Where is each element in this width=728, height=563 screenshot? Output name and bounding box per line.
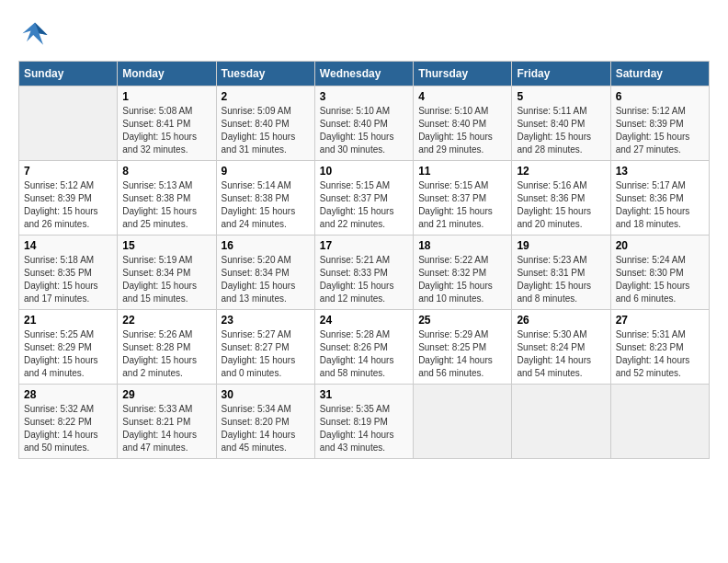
daylight-text: Daylight: 15 hours and 0 minutes. [222,355,296,378]
day-number: 29 [122,388,210,401]
daylight-text: Daylight: 15 hours and 32 minutes. [122,132,197,155]
daylight-text: Daylight: 15 hours and 6 minutes. [616,281,690,304]
day-number: 6 [616,90,704,103]
sunrise-text: Sunrise: 5:35 AM [320,404,390,414]
day-info: Sunrise: 5:18 AM Sunset: 8:35 PM Dayligh… [24,254,112,305]
sunrise-text: Sunrise: 5:10 AM [418,106,488,116]
calendar-cell: 26 Sunrise: 5:30 AM Sunset: 8:24 PM Dayl… [512,310,610,385]
calendar-cell: 14 Sunrise: 5:18 AM Sunset: 8:35 PM Dayl… [19,236,118,310]
sunrise-text: Sunrise: 5:27 AM [222,329,291,339]
sunset-text: Sunset: 8:31 PM [517,268,585,278]
sunset-text: Sunset: 8:28 PM [122,342,190,352]
day-number: 11 [418,165,506,178]
sunrise-text: Sunrise: 5:32 AM [24,404,94,414]
day-info: Sunrise: 5:29 AM Sunset: 8:25 PM Dayligh… [418,328,506,380]
daylight-text: Daylight: 15 hours and 18 minutes. [616,206,690,229]
day-info: Sunrise: 5:26 AM Sunset: 8:28 PM Dayligh… [122,328,210,380]
calendar-cell: 30 Sunrise: 5:34 AM Sunset: 8:20 PM Dayl… [216,385,314,459]
sunrise-text: Sunrise: 5:13 AM [122,180,192,190]
sunrise-text: Sunrise: 5:33 AM [122,404,192,414]
calendar-cell: 27 Sunrise: 5:31 AM Sunset: 8:23 PM Dayl… [610,310,709,385]
sunset-text: Sunset: 8:19 PM [320,417,388,427]
day-info: Sunrise: 5:28 AM Sunset: 8:26 PM Dayligh… [320,328,408,380]
day-number: 25 [418,314,506,327]
day-info: Sunrise: 5:30 AM Sunset: 8:24 PM Dayligh… [517,328,605,380]
calendar-cell: 18 Sunrise: 5:22 AM Sunset: 8:32 PM Dayl… [414,236,512,310]
day-info: Sunrise: 5:09 AM Sunset: 8:40 PM Dayligh… [222,105,310,156]
daylight-text: Daylight: 15 hours and 26 minutes. [24,206,98,229]
sunrise-text: Sunrise: 5:22 AM [418,255,488,265]
calendar-cell: 6 Sunrise: 5:12 AM Sunset: 8:39 PM Dayli… [610,86,709,161]
sunset-text: Sunset: 8:40 PM [418,119,486,129]
header-monday: Monday [118,62,216,86]
day-number: 22 [122,314,210,327]
sunrise-text: Sunrise: 5:30 AM [517,329,586,339]
daylight-text: Daylight: 15 hours and 25 minutes. [122,206,197,229]
daylight-text: Daylight: 15 hours and 30 minutes. [320,132,394,155]
sunset-text: Sunset: 8:24 PM [517,342,585,352]
sunset-text: Sunset: 8:40 PM [222,119,290,129]
calendar-cell: 12 Sunrise: 5:16 AM Sunset: 8:36 PM Dayl… [512,161,610,236]
sunrise-text: Sunrise: 5:25 AM [24,329,94,339]
logo-icon [18,18,51,52]
header-sunday: Sunday [19,62,118,86]
sunset-text: Sunset: 8:29 PM [24,342,92,352]
sunrise-text: Sunrise: 5:15 AM [418,180,488,190]
sunrise-text: Sunrise: 5:16 AM [517,180,586,190]
sunset-text: Sunset: 8:37 PM [418,193,486,203]
header-saturday: Saturday [610,62,709,86]
daylight-text: Daylight: 15 hours and 13 minutes. [222,281,296,304]
day-number: 26 [517,314,605,327]
daylight-text: Daylight: 14 hours and 58 minutes. [320,355,394,378]
day-info: Sunrise: 5:14 AM Sunset: 8:38 PM Dayligh… [222,179,310,231]
day-number: 3 [320,90,408,103]
header-friday: Friday [512,62,610,86]
day-number: 12 [517,165,605,178]
calendar-cell: 21 Sunrise: 5:25 AM Sunset: 8:29 PM Dayl… [19,310,118,385]
day-info: Sunrise: 5:12 AM Sunset: 8:39 PM Dayligh… [616,105,704,156]
sunrise-text: Sunrise: 5:18 AM [24,255,94,265]
daylight-text: Daylight: 15 hours and 21 minutes. [418,206,493,229]
sunset-text: Sunset: 8:40 PM [320,119,388,129]
day-number: 14 [24,239,112,252]
day-number: 4 [418,90,506,103]
day-number: 27 [616,314,704,327]
calendar-week-row: 28 Sunrise: 5:32 AM Sunset: 8:22 PM Dayl… [19,385,710,459]
day-info: Sunrise: 5:27 AM Sunset: 8:27 PM Dayligh… [222,328,310,380]
logo [18,18,55,52]
sunset-text: Sunset: 8:33 PM [320,268,388,278]
day-info: Sunrise: 5:33 AM Sunset: 8:21 PM Dayligh… [122,403,210,454]
sunset-text: Sunset: 8:40 PM [517,119,585,129]
calendar-cell: 17 Sunrise: 5:21 AM Sunset: 8:33 PM Dayl… [314,236,413,310]
calendar-week-row: 21 Sunrise: 5:25 AM Sunset: 8:29 PM Dayl… [19,310,710,385]
sunset-text: Sunset: 8:34 PM [122,268,190,278]
day-info: Sunrise: 5:10 AM Sunset: 8:40 PM Dayligh… [320,105,408,156]
daylight-text: Daylight: 15 hours and 17 minutes. [24,281,98,304]
calendar-cell: 5 Sunrise: 5:11 AM Sunset: 8:40 PM Dayli… [512,86,610,161]
day-info: Sunrise: 5:08 AM Sunset: 8:41 PM Dayligh… [122,105,210,156]
sunrise-text: Sunrise: 5:28 AM [320,329,390,339]
day-info: Sunrise: 5:35 AM Sunset: 8:19 PM Dayligh… [320,403,408,454]
sunrise-text: Sunrise: 5:09 AM [222,106,291,116]
day-info: Sunrise: 5:24 AM Sunset: 8:30 PM Dayligh… [616,254,704,305]
daylight-text: Daylight: 15 hours and 24 minutes. [222,206,296,229]
daylight-text: Daylight: 14 hours and 54 minutes. [517,355,591,378]
daylight-text: Daylight: 15 hours and 29 minutes. [418,132,493,155]
day-info: Sunrise: 5:34 AM Sunset: 8:20 PM Dayligh… [222,403,310,454]
daylight-text: Daylight: 14 hours and 47 minutes. [122,430,197,453]
header-tuesday: Tuesday [216,62,314,86]
sunrise-text: Sunrise: 5:34 AM [222,404,291,414]
daylight-text: Daylight: 15 hours and 8 minutes. [517,281,591,304]
sunrise-text: Sunrise: 5:21 AM [320,255,390,265]
daylight-text: Daylight: 15 hours and 27 minutes. [616,132,690,155]
daylight-text: Daylight: 15 hours and 4 minutes. [24,355,98,378]
calendar-cell: 11 Sunrise: 5:15 AM Sunset: 8:37 PM Dayl… [414,161,512,236]
calendar-cell: 25 Sunrise: 5:29 AM Sunset: 8:25 PM Dayl… [414,310,512,385]
sunset-text: Sunset: 8:27 PM [222,342,290,352]
calendar-cell: 23 Sunrise: 5:27 AM Sunset: 8:27 PM Dayl… [216,310,314,385]
calendar-cell: 4 Sunrise: 5:10 AM Sunset: 8:40 PM Dayli… [414,86,512,161]
sunset-text: Sunset: 8:26 PM [320,342,388,352]
day-info: Sunrise: 5:21 AM Sunset: 8:33 PM Dayligh… [320,254,408,305]
daylight-text: Daylight: 14 hours and 56 minutes. [418,355,493,378]
day-number: 16 [222,239,310,252]
